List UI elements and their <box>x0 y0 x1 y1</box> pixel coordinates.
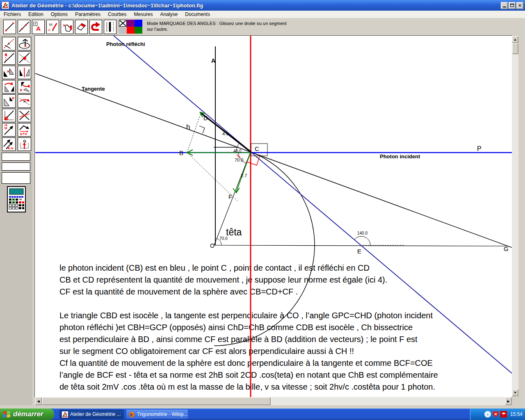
menu-courbes[interactable]: Courbes <box>104 11 130 18</box>
eraser-tool-button[interactable] <box>75 20 88 34</box>
svg-text:M: M <box>49 22 52 27</box>
atelier-task-icon <box>62 411 68 418</box>
mode-message-line2: sur l’autre. <box>147 26 377 32</box>
text-line: le photon incident (CB) est en bleu , le… <box>59 262 438 274</box>
menu-fichiers[interactable]: Fichiers <box>0 11 25 18</box>
segment-tool-button[interactable] <box>3 20 16 34</box>
axial-symmetry-tool-button[interactable] <box>18 66 31 79</box>
axial-symmetry-icon <box>18 66 31 79</box>
start-button[interactable]: démarrer <box>0 409 54 420</box>
line-style-tool-button[interactable] <box>104 20 116 34</box>
info-display-box <box>2 172 30 184</box>
horizontal-line-OG <box>214 245 509 246</box>
vector-sum-tool-button[interactable]: u+v <box>18 123 31 137</box>
vertical-scrollbar-track[interactable] <box>512 36 518 396</box>
point-label-D: D <box>203 114 208 121</box>
calculator-button[interactable] <box>7 186 26 212</box>
hide-icons-chevron-icon[interactable]: ‹ <box>484 411 491 418</box>
angle-arc-BCD <box>236 143 239 152</box>
taskbar-item-trigonometrie[interactable]: Trigonométrie - Wikip... <box>126 410 188 419</box>
text-line: sur le segment CO obligatoirement car CF… <box>59 345 438 357</box>
drawing-canvas[interactable]: le photon incident (CB) est en bleu , le… <box>34 35 512 397</box>
text-line: Cf la quantité de mouvement de la sphère… <box>59 357 438 369</box>
homothety-tool-button[interactable] <box>2 94 16 108</box>
radius-OC <box>214 152 251 245</box>
point-label-B: B <box>179 149 183 156</box>
perpendicular-tool-button[interactable] <box>2 109 16 122</box>
antivirus-umbrella-icon[interactable]: ☂ <box>500 411 507 418</box>
homothety-icon <box>2 95 15 107</box>
label-photon-reflechi: Photon réfléchi <box>106 41 145 47</box>
menu-edition[interactable]: Edition <box>25 11 47 18</box>
measure-cd: 4.0 <box>222 131 228 136</box>
scroll-right-button[interactable]: ▶ <box>505 397 512 405</box>
maximize-icon <box>510 4 514 7</box>
text-line: photon réfléchi )et CBH=GCP (opposés) ai… <box>59 322 438 333</box>
vector-tool-button[interactable]: u <box>2 123 16 137</box>
close-icon: × <box>518 3 521 8</box>
text-line: CF est la quantité de mouvement de la sp… <box>59 286 438 298</box>
grab-tool-button[interactable] <box>61 20 73 34</box>
line-style-icon <box>104 20 116 34</box>
close-button[interactable]: × <box>516 2 523 9</box>
scroll-left-button[interactable]: ◀ <box>35 397 42 405</box>
palette-color-red[interactable] <box>127 27 135 34</box>
rotation-tool-button[interactable] <box>2 80 16 94</box>
angle-arc-BCF <box>238 152 246 163</box>
intersection-icon <box>18 109 31 122</box>
translation-tool-button[interactable] <box>2 66 16 79</box>
point-label-h: h <box>186 123 190 131</box>
palette-color-none[interactable] <box>119 20 127 27</box>
palette-color-green[interactable] <box>135 27 142 34</box>
circle-tool-button[interactable] <box>18 37 31 50</box>
vertical-scrollbar-thumb[interactable] <box>512 43 518 54</box>
eraser-icon <box>75 20 87 34</box>
scroll-up-button[interactable]: ▲ <box>512 36 518 43</box>
menu-documents[interactable]: Documents <box>181 11 214 18</box>
rotation-angle-tool-button[interactable] <box>18 80 31 94</box>
taskbar: démarrer Atelier de Géométrie ... Trigon… <box>0 409 525 420</box>
maximize-button[interactable] <box>509 2 516 9</box>
vector-scale-tool-button[interactable]: k.u <box>2 137 16 151</box>
explanation-text: le photon incident (CB) est en bleu , le… <box>59 262 438 393</box>
point-label-C: C <box>255 145 259 152</box>
parallel-line-tool-button[interactable] <box>2 51 16 65</box>
reflection-point-tool-button[interactable] <box>18 51 31 65</box>
menu-parametres[interactable]: Paramètres <box>71 11 104 18</box>
coord-display-box-2 <box>2 162 30 171</box>
clock[interactable]: 15:54 <box>510 411 523 417</box>
text-line: l’angle de BCF est - têta et sa norme es… <box>59 369 438 381</box>
barycenter-tool-button[interactable]: G <box>18 137 31 151</box>
menu-analyse[interactable]: Analyse <box>156 11 181 18</box>
scroll-down-button[interactable]: ▼ <box>512 389 518 396</box>
toolbar: A MA Mode MARQUAGE DES ANGLES : <box>0 18 525 35</box>
palette-color-purple[interactable] <box>127 20 135 27</box>
taskbar-item-atelier[interactable]: Atelier de Géométrie ... <box>59 410 124 419</box>
label-tool-button[interactable]: A <box>32 20 45 34</box>
minimize-button[interactable] <box>501 2 508 9</box>
point-symmetry-tool-button[interactable] <box>18 94 31 108</box>
menu-options[interactable]: Options <box>47 11 71 18</box>
palette-color-blue[interactable] <box>135 20 142 27</box>
midpoint-tool-button[interactable] <box>2 37 16 50</box>
line-tool-button[interactable] <box>18 20 30 34</box>
minimize-icon <box>503 7 506 7</box>
start-button-label: démarrer <box>13 410 43 418</box>
rotation-angle-icon <box>18 80 31 93</box>
desktop: Atelier de Géométrie - c:\docume~1\admin… <box>0 0 525 420</box>
menu-mesures[interactable]: Mesures <box>130 11 156 18</box>
security-shield-icon[interactable]: ✕ <box>493 411 499 418</box>
horizontal-scrollbar-thumb[interactable] <box>42 397 271 405</box>
menu-bar: Fichiers Edition Options Paramètres Cour… <box>0 11 525 18</box>
intersection-tool-button[interactable] <box>18 109 31 122</box>
color-palette <box>119 20 142 34</box>
svg-text:G: G <box>23 139 27 143</box>
tangent-line <box>35 73 512 250</box>
rename-tool-button[interactable]: MA <box>46 20 59 34</box>
taskbar-item-label: Trigonométrie - Wikip... <box>137 411 188 417</box>
vector-icon: u <box>2 123 15 136</box>
no-color-icon <box>119 20 127 27</box>
translation-icon <box>2 66 15 79</box>
palette-color-gray[interactable] <box>119 27 127 34</box>
undo-tool-button[interactable] <box>89 20 102 34</box>
